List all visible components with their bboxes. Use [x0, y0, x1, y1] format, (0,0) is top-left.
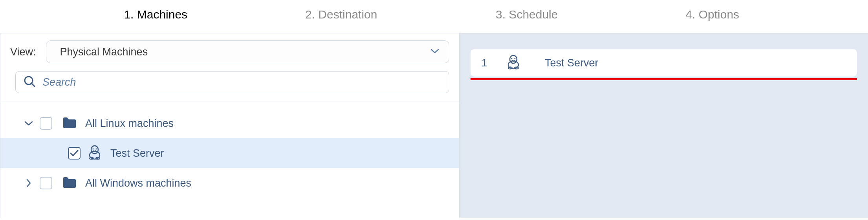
folder-icon	[58, 176, 77, 190]
view-row: View: Physical Machines	[0, 33, 459, 67]
step-options[interactable]: 4. Options	[620, 8, 806, 21]
svg-point-3	[90, 151, 100, 159]
search-box[interactable]	[15, 71, 449, 93]
chevron-right-icon[interactable]	[23, 178, 34, 189]
penguin-icon	[86, 145, 102, 161]
svg-point-10	[511, 58, 513, 59]
checkbox-checked[interactable]	[68, 147, 81, 160]
search-input[interactable]	[42, 76, 441, 88]
svg-point-11	[515, 58, 516, 59]
selected-item-card[interactable]: 1 Test Server	[471, 49, 857, 77]
step-schedule[interactable]: 3. Schedule	[434, 8, 620, 21]
tree-item-label: Test Server	[110, 147, 164, 160]
svg-point-4	[93, 148, 94, 150]
chevron-down-icon	[430, 48, 439, 55]
tree-item-label: All Windows machines	[85, 177, 191, 189]
tree-item-windows-group[interactable]: All Windows machines	[0, 168, 459, 198]
machine-tree: All Linux machines	[0, 101, 459, 198]
step-destination[interactable]: 2. Destination	[249, 8, 434, 21]
folder-icon	[58, 117, 77, 130]
view-selected-value: Physical Machines	[60, 46, 148, 58]
svg-point-5	[96, 148, 97, 150]
svg-point-9	[508, 61, 518, 69]
annotation-underline	[471, 78, 857, 80]
checkbox[interactable]	[40, 177, 52, 189]
view-dropdown[interactable]: Physical Machines	[46, 40, 449, 63]
wizard-steps: 1. Machines 2. Destination 3. Schedule 4…	[0, 0, 868, 33]
tree-item-linux-group[interactable]: All Linux machines	[0, 108, 459, 138]
checkbox[interactable]	[40, 117, 52, 130]
search-icon	[24, 75, 35, 89]
step-machines[interactable]: 1. Machines	[63, 8, 249, 21]
penguin-icon	[505, 55, 520, 71]
svg-point-8	[510, 55, 517, 63]
tree-item-test-server[interactable]: Test Server	[0, 138, 459, 168]
selected-item-label: Test Server	[545, 57, 599, 69]
chevron-down-icon[interactable]	[23, 118, 34, 129]
left-panel: View: Physical Machines	[0, 33, 460, 218]
selected-item-index: 1	[482, 57, 487, 69]
search-row	[0, 67, 459, 101]
svg-line-1	[32, 84, 35, 86]
selected-panel: 1 Test Server	[460, 33, 868, 218]
main-area: View: Physical Machines	[0, 33, 868, 218]
view-label: View:	[10, 46, 36, 58]
tree-item-label: All Linux machines	[85, 117, 174, 130]
svg-point-2	[91, 146, 98, 154]
